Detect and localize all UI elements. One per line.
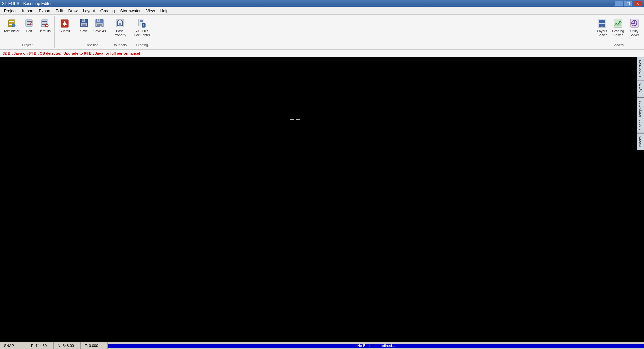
menu-project[interactable]: Project: [1, 7, 19, 14]
administer-icon: A: [6, 18, 17, 29]
solvers-buttons: LayoutSolver GradingSolver UtilitySolver: [595, 17, 641, 38]
base-property-icon: [115, 18, 125, 29]
toolbar-group-solvers: LayoutSolver GradingSolver UtilitySolver…: [592, 16, 644, 48]
defaults-icon: [39, 18, 50, 29]
grading-solver-label: GradingSolver: [612, 29, 624, 37]
layers-tab[interactable]: Layers: [637, 80, 644, 97]
svg-rect-1: [9, 21, 14, 22]
submit-buttons: Submit: [57, 17, 72, 46]
siteops-doccenter-button[interactable]: SITEOPSDocCenter: [132, 17, 152, 43]
siteops-doccenter-label: SITEOPSDocCenter: [134, 29, 150, 37]
menu-import[interactable]: Import: [19, 7, 36, 14]
right-panels: Properties Layers Spatial Templates Bloc…: [637, 57, 644, 342]
svg-rect-46: [599, 24, 602, 27]
restore-button[interactable]: ❐: [624, 1, 633, 7]
save-as-button[interactable]: A Save As: [92, 17, 108, 43]
save-label: Save: [80, 29, 88, 33]
menu-draw[interactable]: Draw: [66, 7, 80, 14]
defaults-button[interactable]: Defaults: [37, 17, 52, 43]
submit-label: Submit: [59, 29, 70, 33]
siteops-doccenter-icon: [136, 18, 147, 29]
easting-display: E: 144.50: [27, 342, 54, 349]
project-group-label: Project: [22, 43, 32, 47]
svg-rect-9: [27, 24, 30, 25]
menu-stormwater[interactable]: Stormwater: [118, 7, 144, 14]
save-button[interactable]: Save: [77, 17, 91, 43]
menu-grading[interactable]: Grading: [98, 7, 118, 14]
toolbar: A Administer Edit Defaults Project: [0, 15, 644, 50]
utility-solver-label: UtilitySolver: [630, 29, 639, 37]
minimize-button[interactable]: –: [614, 1, 623, 7]
drafting-buttons: SITEOPSDocCenter: [132, 17, 152, 43]
base-property-label: BaseProperty: [114, 29, 126, 37]
edit-label: Edit: [26, 29, 32, 33]
menu-bar: Project Import Export Edit Draw Layout G…: [0, 7, 644, 15]
boundary-buttons: BaseProperty: [112, 17, 128, 43]
utility-solver-button[interactable]: UtilitySolver: [627, 17, 641, 38]
properties-tab[interactable]: Properties: [637, 57, 644, 80]
toolbar-group-project: A Administer Edit Defaults Project: [0, 16, 55, 48]
toolbar-group-drafting: SITEOPSDocCenter Drafting: [130, 16, 154, 48]
grading-solver-icon: [613, 18, 623, 29]
status-bar: SNAP E: 144.50 N: 348.00 Z: 0.000 No Bas…: [0, 342, 644, 349]
edit-icon: [24, 18, 34, 29]
snap-indicator[interactable]: SNAP: [0, 342, 27, 349]
svg-rect-44: [599, 20, 602, 23]
layout-solver-label: LayoutSolver: [597, 29, 607, 37]
svg-rect-34: [119, 23, 121, 26]
warning-text: 32 Bit Java on 64 Bit OS detected. Upgra…: [3, 51, 140, 55]
svg-rect-13: [42, 21, 47, 22]
layout-solver-icon: [597, 18, 607, 29]
svg-rect-28: [98, 19, 99, 21]
title-bar-buttons: – ❐ ✕: [614, 1, 642, 7]
title-bar: SITEOPS - Basemap Editor – ❐ ✕: [0, 0, 644, 7]
menu-layout[interactable]: Layout: [80, 7, 98, 14]
administer-label: Administer: [4, 29, 19, 33]
elevation-display: Z: 0.000: [81, 342, 108, 349]
svg-rect-25: [82, 24, 86, 26]
toolbar-group-revision: Save A Save As Revision: [75, 16, 110, 48]
svg-rect-14: [42, 23, 47, 23]
defaults-label: Defaults: [38, 29, 51, 33]
edit-button[interactable]: Edit: [22, 17, 36, 43]
toolbar-group-boundary: BaseProperty Boundary: [110, 16, 130, 48]
layout-solver-button[interactable]: LayoutSolver: [595, 17, 609, 38]
warning-bar: 32 Bit Java on 64 Bit OS detected. Upgra…: [0, 50, 644, 57]
save-as-label: Save As: [93, 29, 106, 33]
svg-rect-23: [82, 19, 84, 21]
svg-rect-20: [64, 25, 65, 26]
save-icon: [79, 18, 89, 29]
spatial-templates-tab[interactable]: Spatial Templates: [637, 98, 644, 133]
svg-point-52: [633, 22, 635, 24]
utility-solver-icon: [629, 18, 640, 29]
svg-text:A: A: [13, 24, 14, 27]
svg-rect-45: [602, 20, 605, 23]
grading-solver-button[interactable]: GradingSolver: [610, 17, 626, 38]
drafting-group-label: Drafting: [136, 43, 148, 47]
canvas-area[interactable]: Properties Layers Spatial Templates Bloc…: [0, 57, 644, 342]
toolbar-group-submit: Submit: [55, 16, 75, 48]
close-button[interactable]: ✕: [633, 1, 642, 7]
solvers-group-label: Solvers: [595, 43, 641, 47]
menu-edit[interactable]: Edit: [53, 7, 66, 14]
submit-button[interactable]: Submit: [57, 17, 72, 46]
revision-group-label: Revision: [86, 43, 98, 47]
svg-rect-7: [27, 21, 31, 22]
app-title: SITEOPS - Basemap Editor: [2, 1, 52, 6]
revision-buttons: Save A Save As: [77, 17, 108, 43]
crosshair-cursor: [288, 113, 302, 126]
administer-button[interactable]: A Administer: [2, 17, 21, 43]
base-property-button[interactable]: BaseProperty: [112, 17, 128, 43]
blocks-tab[interactable]: Blocks: [637, 133, 644, 150]
svg-rect-2: [9, 23, 14, 23]
menu-help[interactable]: Help: [158, 7, 171, 14]
menu-export[interactable]: Export: [36, 7, 53, 14]
boundary-group-label: Boundary: [113, 43, 127, 47]
project-buttons: A Administer Edit Defaults: [2, 17, 52, 43]
menu-view[interactable]: View: [144, 7, 158, 14]
svg-rect-47: [602, 24, 605, 27]
northing-display: N: 348.00: [54, 342, 81, 349]
submit-icon: [59, 18, 70, 29]
basemap-status: No Basemap defined...: [108, 344, 644, 348]
svg-text:A: A: [100, 25, 102, 28]
